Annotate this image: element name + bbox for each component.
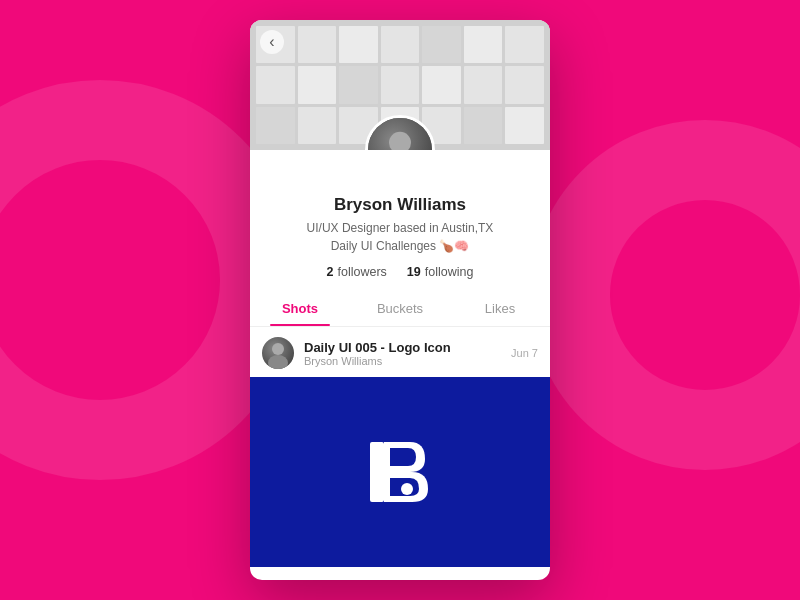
tab-likes[interactable]: Likes (450, 291, 550, 326)
svg-point-6 (401, 483, 413, 495)
sticky-note (381, 26, 420, 63)
cover-photo: ‹ (250, 20, 550, 150)
profile-info: Bryson Williams UI/UX Designer based in … (250, 150, 550, 291)
sticky-note (339, 26, 378, 63)
sticky-note (464, 26, 503, 63)
svg-point-0 (389, 132, 411, 150)
phone-card: ‹ Bryson Williams UI/UX Designer based i… (250, 20, 550, 580)
avatar-image (368, 118, 432, 150)
following-count: 19 (407, 265, 421, 279)
sticky-note (256, 66, 295, 103)
back-button[interactable]: ‹ (260, 30, 284, 54)
shots-list: Daily UI 005 - Logo Icon Bryson Williams… (250, 327, 550, 580)
sticky-note (464, 66, 503, 103)
following-stat: 19 following (407, 265, 474, 279)
sticky-note (339, 66, 378, 103)
followers-label: followers (338, 265, 387, 279)
profile-bio: UI/UX Designer based in Austin,TX Daily … (266, 219, 534, 255)
sticky-note (505, 26, 544, 63)
shot-item-header: Daily UI 005 - Logo Icon Bryson Williams… (250, 327, 550, 377)
shot-meta: Daily UI 005 - Logo Icon Bryson Williams (304, 340, 501, 367)
follow-stats: 2 followers 19 following (266, 265, 534, 279)
followers-count: 2 (327, 265, 334, 279)
sticky-note (381, 66, 420, 103)
shot-avatar-svg (262, 337, 294, 369)
shot-author: Bryson Williams (304, 355, 501, 367)
sticky-note (505, 66, 544, 103)
b-logo-svg (360, 432, 440, 512)
shot-title: Daily UI 005 - Logo Icon (304, 340, 501, 355)
followers-stat: 2 followers (327, 265, 387, 279)
svg-point-3 (272, 343, 284, 355)
tab-buckets[interactable]: Buckets (350, 291, 450, 326)
avatar-svg (368, 118, 432, 150)
sticky-note (422, 26, 461, 63)
bio-line1: UI/UX Designer based in Austin,TX (307, 221, 494, 235)
bg-circle-right (530, 120, 800, 470)
profile-name: Bryson Williams (266, 195, 534, 215)
shot-avatar-image (262, 337, 294, 369)
sticky-note (298, 107, 337, 144)
svg-point-4 (268, 355, 288, 369)
sticky-note (464, 107, 503, 144)
tabs-row: Shots Buckets Likes (250, 291, 550, 327)
avatar (365, 115, 435, 150)
svg-rect-5 (370, 442, 384, 502)
sticky-note (298, 26, 337, 63)
sticky-note (505, 107, 544, 144)
shot-date: Jun 7 (511, 347, 538, 359)
sticky-note (298, 66, 337, 103)
shot-avatar (262, 337, 294, 369)
sticky-note (422, 66, 461, 103)
bio-line2: Daily UI Challenges 🍗🧠 (331, 239, 470, 253)
b-logo-icon (360, 432, 440, 512)
following-label: following (425, 265, 474, 279)
sticky-note (256, 107, 295, 144)
tab-shots[interactable]: Shots (250, 291, 350, 326)
shot-preview[interactable] (250, 377, 550, 567)
